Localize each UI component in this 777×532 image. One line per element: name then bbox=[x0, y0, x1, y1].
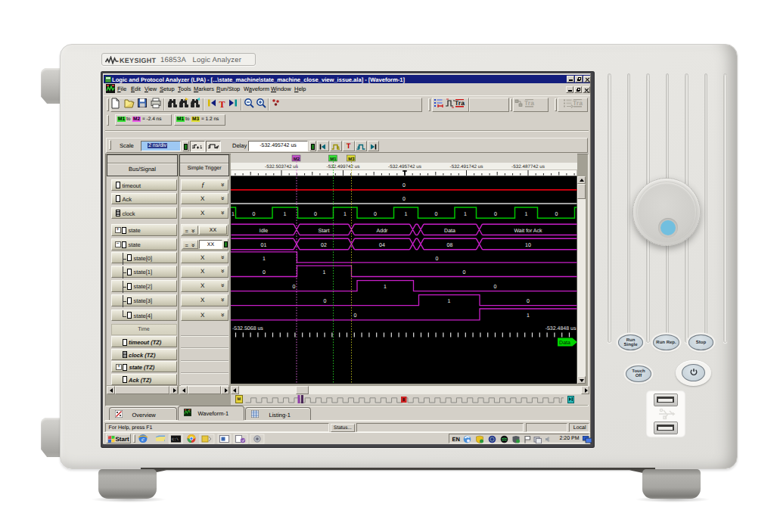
svg-text:0: 0 bbox=[494, 212, 497, 217]
svg-text:10: 10 bbox=[525, 243, 531, 248]
svg-text:02: 02 bbox=[321, 243, 327, 248]
svg-text:0: 0 bbox=[435, 257, 438, 262]
svg-text:-532.5068 us: -532.5068 us bbox=[232, 326, 263, 331]
svg-text:-532.503742 us: -532.503742 us bbox=[265, 164, 298, 170]
svg-text:Start: Start bbox=[318, 229, 329, 234]
svg-text:0: 0 bbox=[292, 285, 295, 290]
svg-text:1: 1 bbox=[232, 212, 235, 217]
svg-text:-532.495742 us: -532.495742 us bbox=[388, 164, 421, 170]
svg-text:1: 1 bbox=[343, 212, 347, 217]
svg-text:04: 04 bbox=[379, 243, 385, 248]
svg-text:1: 1 bbox=[464, 212, 467, 217]
svg-text:Tra: Tra bbox=[524, 99, 534, 107]
svg-text:Addr: Addr bbox=[376, 228, 387, 234]
svg-text:0: 0 bbox=[434, 212, 437, 217]
svg-text:0: 0 bbox=[263, 270, 266, 275]
svg-text:M1: M1 bbox=[330, 157, 337, 162]
svg-text:Wait for Ack: Wait for Ack bbox=[514, 228, 542, 234]
svg-text:1: 1 bbox=[283, 212, 286, 217]
svg-text:1: 1 bbox=[384, 285, 387, 290]
svg-text:Data: Data bbox=[444, 229, 455, 234]
svg-text:0: 0 bbox=[493, 285, 496, 290]
svg-text:1: 1 bbox=[524, 212, 527, 217]
svg-text:Tra: Tra bbox=[573, 99, 583, 107]
svg-text:Idle: Idle bbox=[259, 228, 267, 234]
svg-text:-532.487742 us: -532.487742 us bbox=[511, 164, 545, 170]
svg-text:1: 1 bbox=[263, 257, 266, 262]
svg-text:1: 1 bbox=[404, 212, 407, 217]
svg-text:08: 08 bbox=[446, 243, 452, 248]
svg-text:0: 0 bbox=[252, 212, 255, 217]
svg-text:C:\: C:\ bbox=[172, 437, 179, 442]
svg-text:Tra: Tra bbox=[455, 99, 465, 107]
svg-text:M2: M2 bbox=[293, 157, 300, 162]
svg-text:Data: Data bbox=[559, 341, 570, 346]
svg-text:1: 1 bbox=[447, 299, 450, 304]
svg-text:0: 0 bbox=[323, 299, 326, 304]
svg-text:-532.4848 us: -532.4848 us bbox=[545, 326, 576, 331]
svg-text:0: 0 bbox=[353, 313, 356, 319]
svg-text:-532.491742 us: -532.491742 us bbox=[449, 164, 483, 170]
svg-text:0: 0 bbox=[555, 212, 558, 217]
svg-text:0: 0 bbox=[402, 197, 406, 202]
svg-text:01: 01 bbox=[260, 243, 266, 248]
svg-text:-532.499742 us: -532.499742 us bbox=[326, 164, 359, 170]
svg-text:0: 0 bbox=[314, 212, 317, 217]
svg-text:0: 0 bbox=[462, 270, 465, 275]
svg-text:1: 1 bbox=[322, 270, 325, 275]
svg-text:0: 0 bbox=[402, 183, 406, 188]
svg-text:0: 0 bbox=[527, 299, 530, 304]
svg-text:T: T bbox=[219, 99, 225, 110]
svg-text:M3: M3 bbox=[348, 157, 355, 162]
svg-text:0: 0 bbox=[374, 212, 377, 217]
svg-text:1: 1 bbox=[527, 313, 530, 319]
